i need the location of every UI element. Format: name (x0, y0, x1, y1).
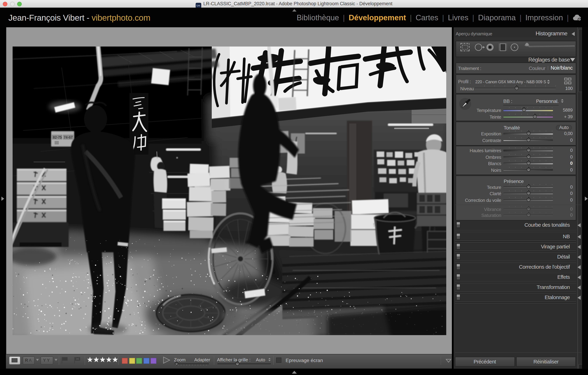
svg-text:74-67: 74-67 (64, 135, 73, 139)
svg-text:82-75: 82-75 (53, 135, 62, 139)
svg-text:!: ! (579, 18, 580, 21)
